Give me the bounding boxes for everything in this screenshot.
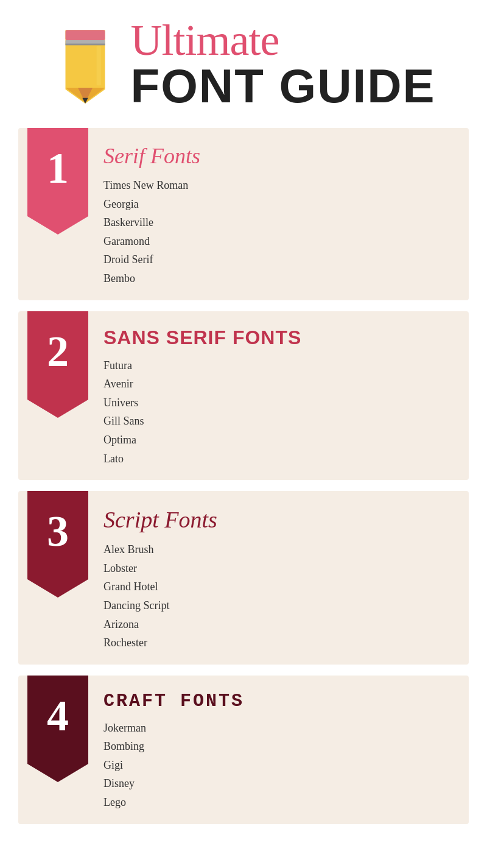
badge-wrap-3: 3 — [18, 491, 97, 665]
serif-title-text: Serif Fonts — [103, 144, 200, 168]
list-item: Bembo — [103, 269, 457, 288]
badge-4: 4 — [27, 676, 88, 738]
list-item: Disney — [103, 774, 457, 793]
section-title-2: SANS SERIF FONTS — [103, 326, 457, 349]
svg-marker-11 — [27, 400, 88, 418]
svg-rect-7 — [96, 46, 100, 85]
badge-wrap-2: 2 — [18, 311, 97, 481]
list-item: Grand Hotel — [103, 577, 457, 596]
list-item: Bombing — [103, 737, 457, 756]
section-title-1: Serif Fonts — [103, 143, 457, 169]
page-header: Ultimate FONT GUIDE — [0, 0, 487, 122]
title-ultimate: Ultimate — [131, 18, 279, 62]
badge-wrap-1: 1 — [18, 128, 97, 300]
list-item: Jokerman — [103, 719, 457, 738]
svg-marker-13 — [27, 579, 88, 598]
svg-rect-3 — [65, 44, 105, 46]
section-title-4: CRAFT FONTS — [103, 691, 457, 711]
craft-title-text: CRAFT FONTS — [103, 691, 244, 711]
list-item: Baskerville — [103, 213, 457, 232]
list-item: Optima — [103, 431, 457, 450]
list-item: Univers — [103, 393, 457, 412]
section-content-1: Serif Fonts Times New Roman Georgia Bask… — [97, 128, 469, 300]
craft-font-list: Jokerman Bombing Gigi Disney Lego — [103, 719, 457, 812]
section-title-3: Script Fonts — [103, 506, 457, 533]
section-sans-serif: 2 SANS SERIF FONTS Futura Avenir Univers… — [18, 311, 469, 481]
badge-number-3: 3 — [47, 509, 69, 553]
badge-number-2: 2 — [47, 330, 69, 373]
badge-number-1: 1 — [47, 146, 69, 190]
pencil-icon — [52, 24, 119, 104]
badge-1: 1 — [27, 128, 88, 190]
badge-number-4: 4 — [47, 694, 69, 738]
list-item: Lobster — [103, 559, 457, 578]
list-item: Alex Brush — [103, 540, 457, 559]
badge-wrap-4: 4 — [18, 676, 97, 824]
badge-3: 3 — [27, 491, 88, 553]
list-item: Arizona — [103, 615, 457, 634]
script-font-list: Alex Brush Lobster Grand Hotel Dancing S… — [103, 540, 457, 652]
list-item: Lato — [103, 450, 457, 468]
section-script: 3 Script Fonts Alex Brush Lobster Grand … — [18, 491, 469, 665]
list-item: Gill Sans — [103, 412, 457, 431]
list-item: Futura — [103, 356, 457, 375]
section-content-4: CRAFT FONTS Jokerman Bombing Gigi Disney… — [97, 676, 469, 824]
badge-2: 2 — [27, 311, 88, 373]
svg-marker-15 — [27, 764, 88, 782]
list-item: Gigi — [103, 756, 457, 775]
svg-marker-9 — [27, 216, 88, 235]
list-item: Times New Roman — [103, 176, 457, 195]
section-content-2: SANS SERIF FONTS Futura Avenir Univers G… — [97, 311, 469, 481]
list-item: Dancing Script — [103, 596, 457, 615]
serif-font-list: Times New Roman Georgia Baskerville Gara… — [103, 176, 457, 288]
title-font-guide: FONT GUIDE — [131, 62, 436, 110]
svg-rect-1 — [65, 30, 105, 40]
title-block: Ultimate FONT GUIDE — [131, 18, 436, 110]
sans-serif-title-text: SANS SERIF FONTS — [103, 326, 301, 348]
list-item: Georgia — [103, 195, 457, 214]
section-content-3: Script Fonts Alex Brush Lobster Grand Ho… — [97, 491, 469, 665]
list-item: Rochester — [103, 633, 457, 652]
sections-container: 1 Serif Fonts Times New Roman Georgia Ba… — [0, 122, 487, 842]
list-item: Droid Serif — [103, 250, 457, 269]
list-item: Lego — [103, 793, 457, 812]
list-item: Avenir — [103, 375, 457, 393]
list-item: Garamond — [103, 232, 457, 251]
sans-serif-font-list: Futura Avenir Univers Gill Sans Optima L… — [103, 356, 457, 468]
script-title-text: Script Fonts — [103, 507, 217, 532]
section-serif: 1 Serif Fonts Times New Roman Georgia Ba… — [18, 128, 469, 300]
section-craft: 4 CRAFT FONTS Jokerman Bombing Gigi Disn… — [18, 676, 469, 824]
